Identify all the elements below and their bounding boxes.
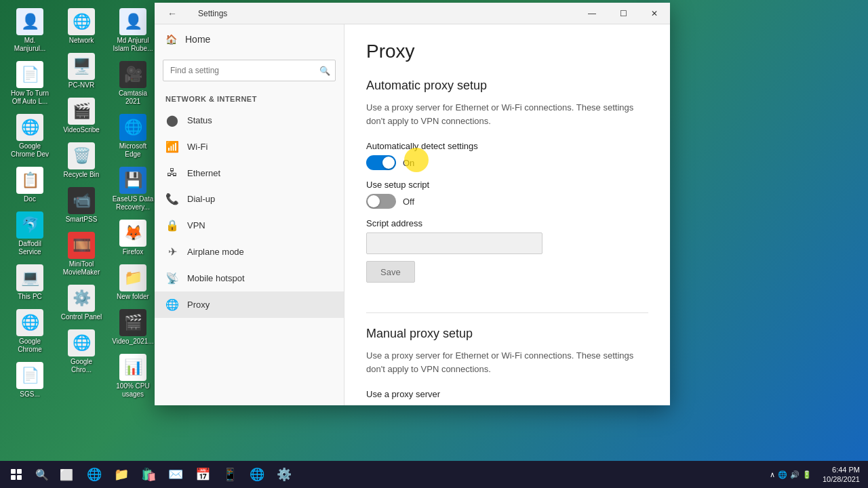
setup-script-label: Use setup script: [366, 180, 648, 190]
proxy-icon: 🌐: [165, 298, 179, 311]
desktop-icon[interactable]: 🎞️ MiniTool MovieMaker: [57, 229, 106, 279]
auto-section-description: Use a proxy server for Ethernet or Wi-Fi…: [366, 101, 648, 127]
desktop-icon[interactable]: 🗑️ Recycle Bin: [57, 140, 106, 182]
sidebar-item-ethernet[interactable]: 🖧 Ethernet: [155, 160, 344, 186]
desktop-icon[interactable]: 🌐 Microsoft Edge: [108, 111, 157, 161]
sidebar-item-vpn[interactable]: 🔒 VPN: [155, 212, 344, 239]
start-button[interactable]: [3, 461, 30, 488]
desktop-icon[interactable]: ⚙️ Control Panel: [57, 282, 106, 324]
taskbar-items: 🌐 📁 🛍️ ✉️ 📅 📱 🌐 ⚙️: [79, 462, 770, 487]
close-button[interactable]: ✕: [639, 3, 670, 24]
clock-date: 10/28/2021: [823, 474, 860, 484]
auto-detect-toggle[interactable]: [366, 155, 396, 170]
clock-time: 6:44 PM: [823, 465, 860, 474]
desktop-icon[interactable]: 🦊 Firefox: [108, 217, 157, 259]
desktop-icon[interactable]: 💻 This PC: [5, 262, 54, 304]
sidebar-item-label: Airplane mode: [187, 247, 244, 257]
sidebar-item-proxy[interactable]: 🌐 Proxy: [155, 291, 344, 318]
desktop-icon[interactable]: 📄 SGS...: [5, 359, 54, 401]
settings-body: 🏠 Home 🔍 Network & Internet ⬤ Status 📶 W…: [155, 24, 670, 405]
desktop: 👤 Md. Manjurul... 📄 How To Turn Off Auto…: [0, 0, 868, 488]
sidebar-item-airplane[interactable]: ✈ Airplane mode: [155, 239, 344, 265]
setup-script-toggle[interactable]: [366, 194, 396, 209]
taskbar-item-explorer[interactable]: 📁: [108, 462, 134, 487]
maximize-button[interactable]: ☐: [608, 3, 639, 24]
desktop-icon[interactable]: 🌐 Google Chro...: [57, 327, 106, 377]
sidebar-item-label: Ethernet: [187, 168, 220, 178]
auto-detect-toggle-row: On: [366, 155, 648, 170]
sidebar-item-label: Status: [187, 115, 212, 125]
sidebar-item-wifi[interactable]: 📶 Wi-Fi: [155, 134, 344, 160]
edge-icon: 🌐: [87, 467, 102, 482]
toggle-knob: [368, 195, 380, 207]
sidebar-search[interactable]: 🔍: [163, 60, 336, 81]
desktop-icon[interactable]: 📁 New folder: [108, 262, 157, 304]
taskbar-item-calendar[interactable]: 📅: [190, 462, 216, 487]
settings-sidebar: 🏠 Home 🔍 Network & Internet ⬤ Status 📶 W…: [155, 24, 344, 405]
desktop-icon[interactable]: 📄 How To Turn Off Auto L...: [5, 58, 54, 108]
auto-section-heading: Automatic proxy setup: [366, 79, 648, 93]
sidebar-home[interactable]: 🏠 Home: [155, 24, 344, 54]
desktop-icon-chrome[interactable]: 🌐 Google Chrome: [5, 306, 54, 357]
phone-icon: 📱: [222, 467, 237, 482]
back-button[interactable]: ←: [163, 4, 182, 23]
toggle-knob: [382, 157, 395, 169]
store-icon: 🛍️: [141, 467, 156, 482]
manual-section-description: Use a proxy server for Ethernet or Wi-Fi…: [366, 349, 648, 375]
desktop-icon-chrome-dev[interactable]: 🌐 Google Chrome Dev: [5, 111, 54, 161]
taskbar-task-view[interactable]: ⬜: [54, 462, 79, 487]
desktop-icon[interactable]: 🎬 VideoScribe: [57, 95, 106, 137]
minimize-button[interactable]: —: [576, 3, 608, 24]
taskbar-search-button[interactable]: 🔍: [30, 462, 54, 487]
taskbar-item-edge[interactable]: 🌐: [81, 462, 107, 487]
desktop-icon[interactable]: 🖥️ PC-NVR: [57, 50, 106, 92]
mail-icon: ✉️: [168, 467, 183, 482]
script-address-input[interactable]: [366, 232, 542, 254]
sidebar-item-label: Wi-Fi: [187, 142, 208, 152]
desktop-icon[interactable]: 🐬 Daffodil Service: [5, 209, 54, 259]
window-controls: — ☐ ✕: [576, 3, 670, 24]
desktop-icon[interactable]: 💾 EaseUS Data Recovery...: [108, 164, 157, 214]
desktop-icon[interactable]: 👤 Md Anjurul Islam Rube...: [108, 5, 157, 56]
taskbar-item-chrome[interactable]: 🌐: [244, 462, 270, 487]
taskbar-item-phone[interactable]: 📱: [217, 462, 243, 487]
vpn-icon: 🔒: [165, 219, 179, 232]
ethernet-icon: 🖧: [165, 167, 179, 179]
sidebar-item-label: Dial-up: [187, 194, 215, 204]
tray-battery: 🔋: [802, 470, 812, 479]
desktop-icon[interactable]: 🌐 Network: [57, 5, 106, 47]
desktop-icon[interactable]: 🎥 Camtasia 2021: [108, 58, 157, 108]
use-proxy-label: Use a proxy server: [366, 389, 648, 399]
windows-icon: [11, 469, 22, 480]
sidebar-item-status[interactable]: ⬤ Status: [155, 107, 344, 134]
auto-detect-status: On: [403, 158, 414, 168]
chrome-icon: 🌐: [250, 467, 264, 482]
sidebar-item-label: Proxy: [187, 300, 210, 310]
desktop-icon[interactable]: 🎬 Video_2021...: [108, 306, 157, 348]
tray-arrow[interactable]: ∧: [770, 470, 775, 479]
divider: [366, 312, 648, 313]
wifi-icon: 📶: [165, 140, 179, 153]
tray-sound: 🔊: [790, 470, 800, 479]
calendar-icon: 📅: [195, 467, 210, 482]
hotspot-icon: 📡: [165, 272, 179, 285]
sidebar-section-title: Network & Internet: [155, 87, 344, 107]
search-input[interactable]: [163, 60, 336, 81]
taskbar-item-store[interactable]: 🛍️: [136, 462, 161, 487]
sidebar-item-hotspot[interactable]: 📡 Mobile hotspot: [155, 265, 344, 291]
desktop-icon[interactable]: 📊 100% CPU usages: [108, 351, 157, 401]
desktop-icon[interactable]: 👤 Md. Manjurul...: [5, 5, 54, 56]
desktop-icon[interactable]: 📋 Doc: [5, 164, 54, 206]
airplane-icon: ✈: [165, 245, 179, 258]
settings-main: Proxy Automatic proxy setup Use a proxy …: [344, 24, 670, 405]
explorer-icon: 📁: [114, 467, 129, 482]
taskbar-clock[interactable]: 6:44 PM 10/28/2021: [817, 465, 865, 485]
desktop-icon[interactable]: 📹 SmartPSS: [57, 184, 106, 226]
page-title: Proxy: [366, 41, 648, 62]
taskbar-item-mail[interactable]: ✉️: [163, 462, 189, 487]
manual-section-heading: Manual proxy setup: [366, 327, 648, 341]
sidebar-item-dialup[interactable]: 📞 Dial-up: [155, 186, 344, 212]
window-titlebar: ← Settings — ☐ ✕: [155, 3, 670, 24]
taskbar-item-settings[interactable]: ⚙️: [271, 462, 297, 487]
save-button[interactable]: Save: [366, 261, 415, 283]
